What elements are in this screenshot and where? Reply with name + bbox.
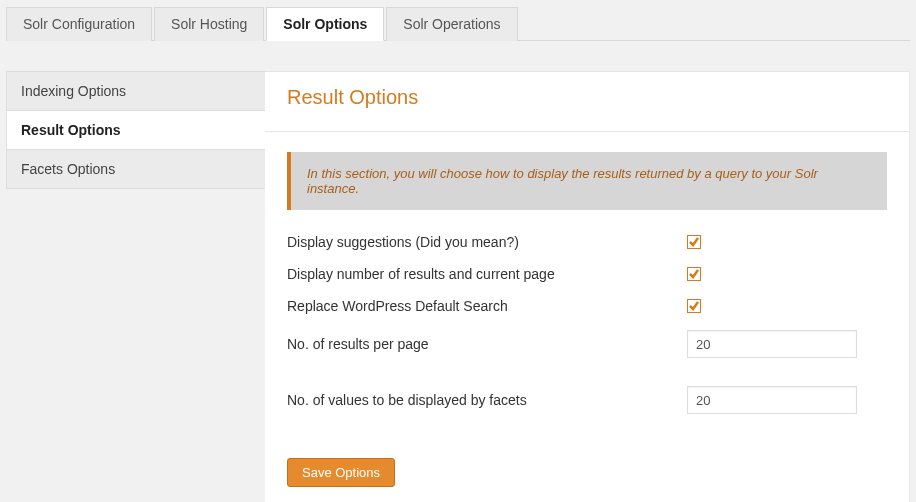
label-display-numresults: Display number of results and current pa… <box>287 266 687 282</box>
check-icon <box>688 236 700 248</box>
label-facet-values: No. of values to be displayed by facets <box>287 392 687 408</box>
checkbox-display-suggestions[interactable] <box>687 235 701 249</box>
sidebar-item-facets[interactable]: Facets Options <box>6 149 266 189</box>
check-icon <box>688 300 700 312</box>
check-icon <box>688 268 700 280</box>
label-results-per-page: No. of results per page <box>287 336 687 352</box>
sidebar-item-indexing[interactable]: Indexing Options <box>6 71 266 111</box>
sidebar: Indexing Options Result Options Facets O… <box>6 71 266 502</box>
page-title: Result Options <box>287 86 887 115</box>
checkbox-display-numresults[interactable] <box>687 267 701 281</box>
notice-box: In this section, you will choose how to … <box>287 152 887 210</box>
input-facet-values[interactable] <box>687 386 857 414</box>
tab-solr-configuration[interactable]: Solr Configuration <box>6 7 152 41</box>
main-panel: Result Options In this section, you will… <box>265 71 910 502</box>
divider <box>265 131 909 132</box>
label-replace-search: Replace WordPress Default Search <box>287 298 687 314</box>
top-tabs: Solr Configuration Solr Hosting Solr Opt… <box>6 6 910 41</box>
checkbox-replace-search[interactable] <box>687 299 701 313</box>
input-results-per-page[interactable] <box>687 330 857 358</box>
save-button[interactable]: Save Options <box>287 458 395 487</box>
sidebar-item-result[interactable]: Result Options <box>6 110 266 150</box>
tab-solr-operations[interactable]: Solr Operations <box>386 7 517 41</box>
label-display-suggestions: Display suggestions (Did you mean?) <box>287 234 687 250</box>
tab-solr-hosting[interactable]: Solr Hosting <box>154 7 264 41</box>
tab-solr-options[interactable]: Solr Options <box>266 7 384 41</box>
